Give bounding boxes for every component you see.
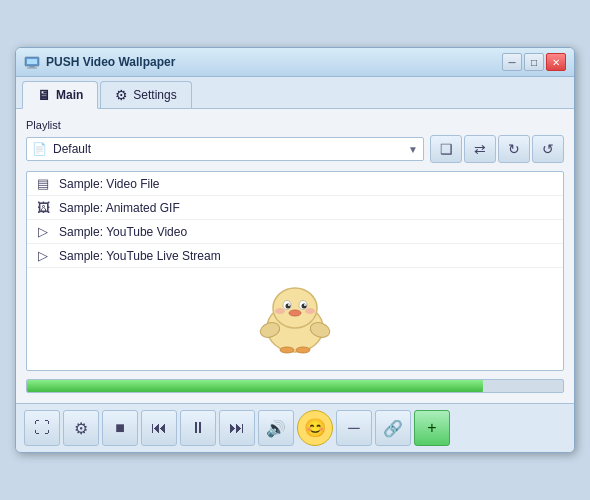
list-item[interactable]: 🖼 Sample: Animated GIF xyxy=(27,196,563,220)
progress-bar-fill xyxy=(27,380,483,392)
item-label: Sample: YouTube Live Stream xyxy=(59,249,221,263)
progress-bar[interactable] xyxy=(26,379,564,393)
playlist-label: Playlist xyxy=(26,119,564,131)
list-item[interactable]: ▤ Sample: Video File xyxy=(27,172,563,196)
settings-tab-icon: ⚙ xyxy=(115,87,128,103)
settings-tab-label: Settings xyxy=(133,88,176,102)
playlist-row: 📄 Default ▼ ❑ ⇄ ↻ ↺ xyxy=(26,135,564,163)
add-button[interactable]: + xyxy=(414,410,450,446)
shuffle-button[interactable]: ⇄ xyxy=(464,135,496,163)
list-item[interactable]: ▷ Sample: YouTube Video xyxy=(27,220,563,244)
stop-button[interactable]: ■ xyxy=(102,410,138,446)
title-bar: PUSH Video Wallpaper ─ □ ✕ xyxy=(16,48,574,77)
link-button[interactable]: 🔗 xyxy=(375,410,411,446)
window-controls: ─ □ ✕ xyxy=(502,53,566,71)
next-button[interactable]: ⏭ xyxy=(219,410,255,446)
fullscreen-button[interactable]: ⛶ xyxy=(24,410,60,446)
loop-button[interactable]: ↻ xyxy=(498,135,530,163)
svg-rect-1 xyxy=(27,59,37,64)
pause-button[interactable]: ⏸ xyxy=(180,410,216,446)
playlist-toolbar: ❑ ⇄ ↻ ↺ xyxy=(430,135,564,163)
svg-point-5 xyxy=(273,288,317,328)
tab-settings[interactable]: ⚙ Settings xyxy=(100,81,191,108)
svg-rect-2 xyxy=(29,66,35,68)
svg-point-10 xyxy=(288,304,290,306)
svg-point-14 xyxy=(289,310,301,316)
youtube-icon: ▷ xyxy=(35,224,51,239)
main-content: Playlist 📄 Default ▼ ❑ ⇄ ↻ ↺ ▤ Sample: V… xyxy=(16,109,574,403)
main-tab-icon: 🖥 xyxy=(37,87,51,103)
item-label: Sample: YouTube Video xyxy=(59,225,187,239)
svg-point-12 xyxy=(275,308,285,314)
svg-point-9 xyxy=(302,304,307,309)
svg-point-17 xyxy=(280,347,294,353)
gif-icon: 🖼 xyxy=(35,200,51,215)
list-item[interactable]: ▷ Sample: YouTube Live Stream xyxy=(27,244,563,268)
minimize-button[interactable]: ─ xyxy=(502,53,522,71)
bottom-toolbar: ⛶ ⚙ ■ ⏮ ⏸ ⏭ 🔊 😊 ─ 🔗 + xyxy=(16,403,574,452)
reload-button[interactable]: ↺ xyxy=(532,135,564,163)
emoji-button[interactable]: 😊 xyxy=(297,410,333,446)
tab-bar: 🖥 Main ⚙ Settings xyxy=(16,77,574,109)
item-label: Sample: Animated GIF xyxy=(59,201,180,215)
title-bar-left: PUSH Video Wallpaper xyxy=(24,54,175,70)
minimize-toolbar-button[interactable]: ─ xyxy=(336,410,372,446)
mascot-image xyxy=(250,280,340,360)
tab-main[interactable]: 🖥 Main xyxy=(22,81,98,109)
copy-button[interactable]: ❑ xyxy=(430,135,462,163)
svg-point-18 xyxy=(296,347,310,353)
svg-point-11 xyxy=(304,304,306,306)
video-file-icon: ▤ xyxy=(35,176,51,191)
settings-button[interactable]: ⚙ xyxy=(63,410,99,446)
close-button[interactable]: ✕ xyxy=(546,53,566,71)
svg-rect-3 xyxy=(27,68,37,69)
svg-point-8 xyxy=(286,304,291,309)
maximize-button[interactable]: □ xyxy=(524,53,544,71)
playlist-select-wrap: 📄 Default ▼ xyxy=(26,137,424,161)
window-title: PUSH Video Wallpaper xyxy=(46,55,175,69)
app-icon xyxy=(24,54,40,70)
main-window: PUSH Video Wallpaper ─ □ ✕ 🖥 Main ⚙ Sett… xyxy=(15,47,575,453)
svg-point-13 xyxy=(305,308,315,314)
volume-button[interactable]: 🔊 xyxy=(258,410,294,446)
main-tab-label: Main xyxy=(56,88,83,102)
playlist-area: ▤ Sample: Video File 🖼 Sample: Animated … xyxy=(26,171,564,371)
item-label: Sample: Video File xyxy=(59,177,160,191)
live-stream-icon: ▷ xyxy=(35,248,51,263)
prev-button[interactable]: ⏮ xyxy=(141,410,177,446)
playlist-dropdown[interactable]: Default xyxy=(26,137,424,161)
